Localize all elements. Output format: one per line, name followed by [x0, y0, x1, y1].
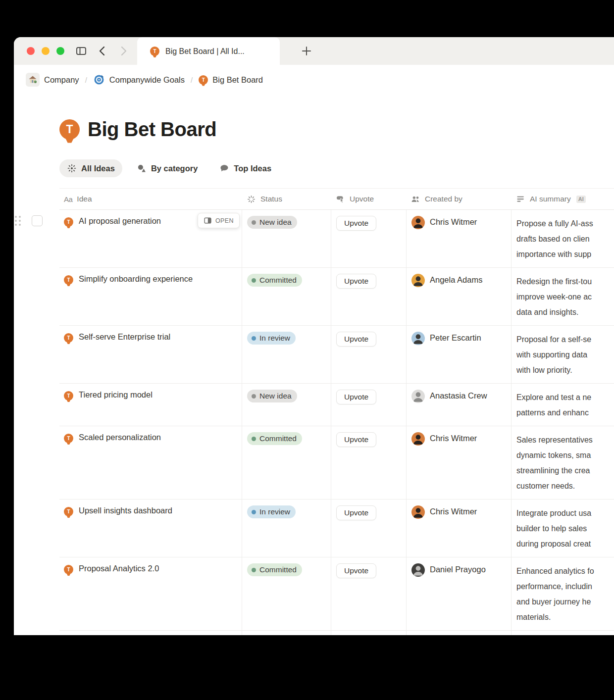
status-badge[interactable]: New idea [247, 390, 297, 402]
ai-summary-cell[interactable]: Integrate product usabuilder to help sal… [511, 500, 614, 557]
upvote-cell: Upvote [331, 384, 406, 426]
ai-summary-line: Integrate product usa [516, 505, 614, 521]
created-by-cell[interactable]: Amy White [406, 631, 511, 635]
view-tab-by-category[interactable]: By category [129, 159, 205, 177]
table-row[interactable]: Simplify onboarding experience Committed… [59, 268, 614, 326]
avatar [411, 390, 425, 403]
zoom-window-button[interactable] [56, 47, 64, 55]
view-tab-all-ideas[interactable]: All Ideas [59, 159, 122, 177]
breadcrumb-item-companywide-goals[interactable]: Companywide Goals [93, 74, 185, 86]
ai-summary-cell[interactable]: Enhanced analytics foperformance, includ… [511, 557, 614, 630]
ai-summary-line: with low priority. [516, 362, 614, 378]
ai-summary-cell[interactable]: Proposal for a self-sewith supporting da… [511, 326, 614, 383]
upvote-button[interactable]: Upvote [336, 332, 376, 347]
created-by-cell[interactable]: Chris Witmer [406, 426, 511, 499]
ai-summary-cell[interactable]: Marketplace offering [511, 631, 614, 635]
back-button[interactable] [97, 46, 108, 56]
ai-summary-line: during proposal creat [516, 536, 614, 551]
avatar [411, 432, 425, 446]
idea-name[interactable]: Proposal Analytics 2.0 [79, 563, 159, 573]
status-badge[interactable]: Committed [247, 432, 302, 445]
view-tab-top-ideas[interactable]: Top Ideas [212, 159, 279, 177]
ai-summary-line: Propose a fully AI-ass [516, 216, 614, 231]
status-badge[interactable]: New idea [247, 216, 297, 229]
status-badge[interactable]: In review [247, 505, 296, 518]
status-dot-icon [252, 220, 256, 225]
created-by-cell[interactable]: Angela Adams [406, 268, 511, 325]
idea-name[interactable]: Simplify onboarding experience [79, 274, 193, 284]
column-header-idea[interactable]: Aa Idea [59, 189, 242, 209]
ai-summary-cell[interactable]: Propose a fully AI-assdrafts based on cl… [511, 210, 614, 267]
new-tab-button[interactable] [289, 37, 324, 65]
table-row[interactable]: Upsell insights dashboard In review Upvo… [59, 500, 614, 557]
ai-summary-line: dynamic tokens, sma [516, 448, 614, 463]
breadcrumb-item-big-bet-board[interactable]: Big Bet Board [199, 75, 263, 85]
column-header-created-by[interactable]: Created by [406, 189, 511, 209]
view-tab-label: By category [151, 164, 198, 173]
open-button[interactable]: OPEN [198, 213, 240, 228]
status-label: Committed [259, 276, 297, 285]
creator-name: Angela Adams [430, 274, 482, 285]
upvote-button[interactable]: Upvote [336, 216, 376, 231]
sidebar-toggle-icon[interactable] [75, 45, 87, 57]
upvote-button[interactable]: Upvote [336, 274, 376, 289]
ai-summary-cell[interactable]: Explore and test a nepatterns and enhanc [511, 384, 614, 426]
forward-button[interactable] [118, 46, 129, 56]
ai-summary-cell[interactable]: Redesign the first-touimprove week-one a… [511, 268, 614, 325]
status-cell: In review [242, 500, 331, 557]
drag-handle-icon[interactable] [15, 216, 21, 226]
table-row[interactable]: AI proposal generation OPEN New idea Upv… [59, 210, 614, 268]
table-row[interactable]: Proposal Analytics 2.0 Committed Upvote [59, 557, 614, 631]
table-row[interactable]: Themes marketplace In review Upvote [59, 631, 614, 635]
ai-summary-line: Sales representatives [516, 432, 614, 448]
ai-badge: AI [576, 196, 586, 203]
upvote-button[interactable]: Upvote [336, 432, 376, 447]
created-by-cell[interactable]: Daniel Prayogo [406, 557, 511, 630]
ai-summary-cell[interactable]: Sales representativesdynamic tokens, sma… [511, 426, 614, 499]
table-row[interactable]: Scaled personalization Committed Upvote [59, 426, 614, 500]
idea-name[interactable]: Tiered pricing model [79, 390, 153, 400]
upvote-button[interactable]: Upvote [336, 563, 376, 578]
creator-name: Chris Witmer [430, 432, 477, 443]
house-icon [26, 73, 40, 87]
page-header: Big Bet Board [59, 118, 614, 141]
created-by-cell[interactable]: Anastasia Crew [406, 384, 511, 426]
view-tab-label: All Ideas [81, 164, 115, 173]
upvote-button[interactable]: Upvote [336, 390, 376, 404]
idea-name[interactable]: AI proposal generation [79, 216, 161, 226]
breadcrumb-item-company[interactable]: Company [26, 73, 79, 87]
idea-name[interactable]: Upsell insights dashboard [79, 505, 172, 515]
status-cell: Committed [242, 268, 331, 325]
close-window-button[interactable] [27, 47, 35, 55]
breadcrumb-separator: / [85, 76, 87, 84]
created-by-cell[interactable]: Peter Escartin [406, 326, 511, 383]
status-badge[interactable]: In review [247, 332, 296, 345]
upvote-cell: Upvote [331, 210, 406, 267]
idea-name[interactable]: Self-serve Enterprise trial [79, 332, 170, 342]
row-checkbox[interactable] [32, 215, 43, 226]
avatar [411, 332, 425, 345]
idea-name[interactable]: Scaled personalization [79, 432, 161, 442]
column-header-status[interactable]: Status [242, 189, 331, 209]
status-badge[interactable]: Committed [247, 563, 302, 576]
upvote-cell: Upvote [331, 557, 406, 630]
column-header-ai-summary[interactable]: AI summary AI [511, 189, 614, 209]
column-label: Created by [425, 195, 462, 203]
status-cell: In review [242, 326, 331, 383]
created-by-cell[interactable]: Chris Witmer [406, 500, 511, 557]
table-row[interactable]: Tiered pricing model New idea Upvote [59, 384, 614, 426]
lines-icon [516, 195, 525, 204]
upvote-button[interactable]: Upvote [336, 505, 376, 520]
status-badge[interactable]: Committed [247, 274, 302, 287]
created-by-cell[interactable]: Chris Witmer [406, 210, 511, 267]
minimize-window-button[interactable] [42, 47, 50, 55]
ai-summary-line: importance with supp [516, 247, 614, 262]
target-icon [93, 74, 105, 86]
breadcrumb-label: Companywide Goals [109, 75, 185, 85]
idea-cell: Scaled personalization [59, 426, 242, 499]
upvote-cell: Upvote [331, 426, 406, 499]
table-row[interactable]: Self-serve Enterprise trial In review Up… [59, 326, 614, 384]
creator-name: Peter Escartin [430, 332, 481, 343]
browser-tab[interactable]: Big Bet Board | All Id... [137, 37, 280, 65]
column-header-upvote[interactable]: Upvote [331, 189, 406, 209]
